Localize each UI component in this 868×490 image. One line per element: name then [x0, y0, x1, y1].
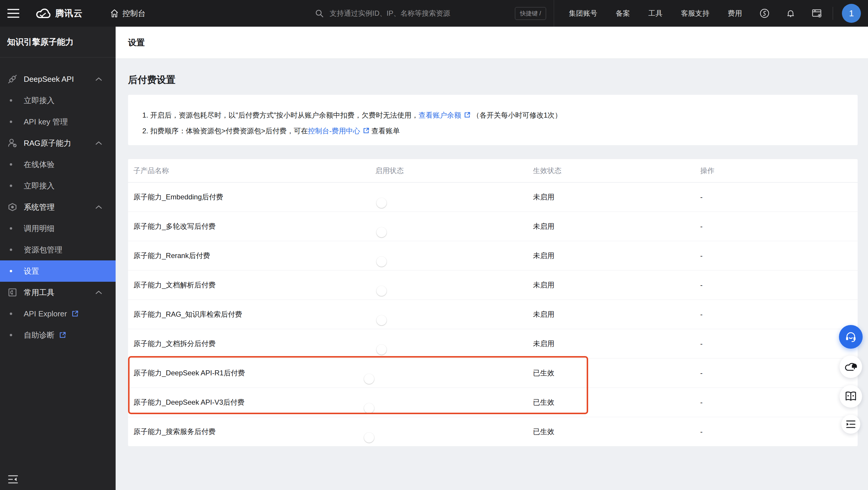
- topbar-divider: [833, 7, 833, 20]
- user-avatar[interactable]: 1: [842, 4, 861, 23]
- search-placeholder: 支持通过实例ID、IP、名称等搜索资源: [330, 9, 509, 18]
- chevron-up-icon: [95, 77, 102, 81]
- action-cell: -: [700, 310, 858, 319]
- action-cell: -: [700, 369, 858, 377]
- voucher-icon[interactable]: [759, 8, 770, 19]
- nav-group-account[interactable]: 集团账号: [569, 9, 597, 18]
- sidebar-item-api-explorer[interactable]: API Explorer: [0, 303, 116, 324]
- sidebar-section-deepseek-api[interactable]: DeepSeek API: [0, 68, 116, 90]
- plug-icon: [7, 74, 18, 84]
- sidebar-product-title: 知识引擎原子能力: [0, 27, 116, 58]
- cloud-alert-button[interactable]: [840, 356, 862, 378]
- page-title: 设置: [128, 37, 145, 48]
- tencent-cloud-logo[interactable]: 腾讯云: [36, 7, 83, 20]
- action-cell: -: [700, 252, 858, 260]
- table-row-deepseek-v3: 原子能力_DeepSeek API-V3后付费 已生效 -: [128, 388, 858, 417]
- table-row-rag-kb-search: 原子能力_RAG_知识库检索后付费 未启用 -: [128, 300, 858, 329]
- billing-notice-card: 1. 开启后，资源包耗尽时，以"后付费方式"按小时从账户余额中扣费，欠费时无法使…: [128, 95, 858, 145]
- table-header-row: 子产品名称 启用状态 生效状态 操作: [128, 159, 858, 183]
- sidebar-section-rag[interactable]: RAG原子能力: [0, 132, 116, 154]
- toolbox-icon: [7, 287, 18, 297]
- sidebar-item-resource-pack-management[interactable]: 资源包管理: [0, 239, 116, 260]
- sidebar-item-api-key-management[interactable]: API key 管理: [0, 111, 116, 132]
- bullet-icon: [10, 270, 12, 272]
- shortcut-key-badge: 快捷键 /: [515, 7, 546, 20]
- bullet-icon: [10, 313, 12, 315]
- bullet-icon: [10, 121, 12, 123]
- hamburger-icon: [7, 9, 19, 18]
- table-row-multiturn-rewrite: 原子能力_多轮改写后付费 未启用 -: [128, 212, 858, 241]
- home-icon: [110, 9, 119, 18]
- status-text: 已生效: [533, 368, 700, 378]
- action-cell: -: [700, 193, 858, 201]
- nav-support[interactable]: 客服支持: [681, 9, 709, 18]
- nav-icp-filing[interactable]: 备案: [616, 9, 630, 18]
- status-text: 已生效: [533, 427, 700, 436]
- console-settings-icon[interactable]: [811, 8, 823, 19]
- sidebar-item-online-experience[interactable]: 在线体验: [0, 154, 116, 175]
- topbar-nav: 集团账号 备案 工具 客服支持 费用: [569, 9, 742, 18]
- action-cell: -: [700, 427, 858, 436]
- product-name: 原子能力_Embedding后付费: [128, 192, 375, 202]
- view-account-balance-link[interactable]: 查看账户余额: [418, 111, 461, 119]
- sidebar: 知识引擎原子能力 DeepSeek API 立即接入 API key 管理: [0, 27, 116, 490]
- product-name: 原子能力_RAG_知识库检索后付费: [128, 309, 375, 319]
- headset-icon: [844, 331, 857, 343]
- nav-billing[interactable]: 费用: [728, 9, 742, 18]
- external-link-icon: [59, 331, 66, 339]
- notice-line-1: 1. 开启后，资源包耗尽时，以"后付费方式"按小时从账户余额中扣费，欠费时无法使…: [142, 107, 843, 123]
- external-link-icon: [363, 127, 370, 134]
- billing-center-link[interactable]: 控制台-费用中心: [308, 127, 360, 135]
- status-text: 未启用: [533, 309, 700, 319]
- sidebar-collapse-button[interactable]: [7, 473, 19, 485]
- sidebar-item-quick-access-deepseek[interactable]: 立即接入: [0, 90, 116, 111]
- bullet-icon: [10, 163, 12, 166]
- brand-name: 腾讯云: [55, 7, 83, 20]
- notice-line-2: 2. 扣费顺序：体验资源包>付费资源包>后付费，可在控制台-费用中心 查看账单: [142, 123, 843, 139]
- nav-tools[interactable]: 工具: [648, 9, 662, 18]
- product-name: 原子能力_DeepSeek API-V3后付费: [128, 398, 375, 407]
- chevron-up-icon: [95, 141, 102, 145]
- notification-bell-icon[interactable]: [785, 8, 796, 19]
- col-header-product-name: 子产品名称: [128, 166, 375, 175]
- status-text: 未启用: [533, 251, 700, 260]
- feedback-list-button[interactable]: [841, 415, 860, 434]
- table-row-search-service: 原子能力_搜索服务后付费 已生效 -: [128, 417, 858, 446]
- status-text: 已生效: [533, 398, 700, 407]
- table-row-embedding: 原子能力_Embedding后付费 未启用 -: [128, 183, 858, 212]
- hamburger-menu-button[interactable]: [0, 0, 27, 27]
- chevron-up-icon: [95, 290, 102, 295]
- product-name: 原子能力_DeepSeek API-R1后付费: [128, 368, 375, 378]
- sidebar-item-self-diagnosis[interactable]: 自助诊断: [0, 324, 116, 346]
- customer-service-button[interactable]: [839, 325, 863, 349]
- postpaid-settings-table: 子产品名称 启用状态 生效状态 操作 原子能力_Embedding后付费 未启用…: [128, 159, 858, 446]
- cloud-bell-icon: [844, 361, 857, 373]
- product-name: 原子能力_多轮改写后付费: [128, 222, 375, 231]
- bullet-icon: [10, 99, 12, 102]
- main-content: 设置 后付费设置 1. 开启后，资源包耗尽时，以"后付费方式"按小时从账户余额中…: [116, 27, 868, 490]
- sidebar-item-quick-access-rag[interactable]: 立即接入: [0, 175, 116, 196]
- bullet-icon: [10, 249, 12, 251]
- table-row-rerank: 原子能力_Rerank后付费 未启用 -: [128, 241, 858, 270]
- documentation-button[interactable]: [840, 385, 862, 407]
- sidebar-section-system-management[interactable]: 系统管理: [0, 196, 116, 218]
- external-link-icon: [71, 310, 79, 318]
- action-cell: -: [700, 222, 858, 230]
- sidebar-section-common-tools[interactable]: 常用工具: [0, 282, 116, 303]
- search-icon: [315, 9, 324, 18]
- col-header-operation: 操作: [700, 166, 858, 175]
- col-header-enable-status: 启用状态: [375, 166, 533, 175]
- console-link[interactable]: 控制台: [110, 8, 146, 19]
- sidebar-item-call-details[interactable]: 调用明细: [0, 218, 116, 239]
- nut-icon: [7, 202, 18, 212]
- product-name: 原子能力_Rerank后付费: [128, 251, 375, 260]
- bullet-icon: [10, 185, 12, 187]
- global-search-input[interactable]: 支持通过实例ID、IP、名称等搜索资源 快捷键 /: [315, 0, 546, 27]
- sidebar-menu: DeepSeek API 立即接入 API key 管理 RAG原子能力: [0, 58, 116, 346]
- bullet-icon: [10, 334, 12, 336]
- product-name: 原子能力_文档解析后付费: [128, 280, 375, 290]
- topbar: 腾讯云 控制台 支持通过实例ID、IP、名称等搜索资源 快捷键 / 集团账号 备…: [0, 0, 868, 27]
- sidebar-item-settings[interactable]: 设置: [0, 260, 116, 282]
- collapse-sidebar-icon: [8, 475, 19, 484]
- status-text: 未启用: [533, 280, 700, 290]
